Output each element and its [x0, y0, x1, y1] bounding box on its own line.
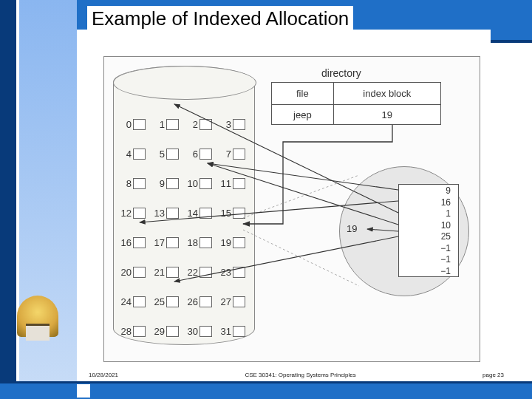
disk-cell: 19	[218, 237, 251, 248]
disk-block-icon	[233, 178, 245, 189]
zoom-block-label: 19	[347, 223, 357, 234]
disk-cell-number: 12	[118, 208, 132, 219]
disk-cylinder: 0123456789101112131415161718192021222324…	[113, 66, 255, 345]
disk-cell: 31	[218, 326, 251, 337]
disk-cell-number: 1	[151, 119, 165, 130]
index-entry: −1	[399, 253, 458, 265]
disk-row: 4567	[118, 139, 251, 168]
disk-cell-number: 15	[218, 208, 231, 219]
disk-cell-number: 16	[118, 237, 132, 248]
disk-cell: 15	[218, 208, 251, 219]
disk-cell: 4	[118, 149, 151, 160]
footer-course: CSE 30341: Operating Systems Principles	[245, 372, 355, 378]
disk-cell-number: 18	[185, 237, 198, 248]
disk-block-icon	[233, 237, 245, 248]
disk-cell: 1	[151, 119, 185, 130]
disk-cell-number: 31	[218, 326, 231, 337]
disk-cell: 10	[185, 178, 218, 189]
disk-row: 28293031	[118, 316, 251, 346]
disk-block-icon	[200, 119, 212, 130]
directory-table: file index block jeep 19	[271, 82, 441, 125]
disk-cell-number: 14	[185, 208, 198, 219]
disk-cell: 8	[118, 178, 151, 189]
disk-cell: 13	[151, 208, 185, 219]
disk-row: 891011	[118, 168, 251, 198]
footer-date: 10/28/2021	[89, 372, 118, 378]
disk-block-icon	[233, 326, 245, 337]
disk-cell-number: 3	[218, 119, 231, 130]
index-entry: 25	[399, 231, 458, 242]
disk-cell: 28	[118, 326, 151, 337]
disk-cell-number: 30	[185, 326, 198, 337]
disk-cell: 6	[185, 149, 218, 160]
disk-cell-number: 7	[218, 149, 231, 160]
disk-cell: 25	[151, 296, 185, 307]
disk-cell: 16	[118, 237, 151, 248]
disk-block-icon	[133, 326, 146, 337]
disk-block-icon	[133, 267, 146, 278]
index-entry: −1	[399, 242, 458, 254]
disk-block-icon	[166, 149, 179, 160]
disk-cell-number: 24	[118, 296, 132, 307]
disk-block-icon	[166, 119, 179, 130]
disk-row: 20212223	[118, 257, 251, 287]
disk-cell-number: 5	[151, 149, 165, 160]
disk-cell-number: 19	[218, 237, 231, 248]
disk-cell: 7	[218, 149, 251, 160]
directory-label: directory	[321, 67, 361, 79]
disk-row: 16171819	[118, 228, 251, 257]
disk-block-icon	[233, 267, 245, 278]
disk-block-icon	[133, 296, 146, 307]
allocation-diagram: 0123456789101112131415161718192021222324…	[103, 56, 480, 362]
footer: 10/28/2021 CSE 30341: Operating Systems …	[77, 369, 516, 381]
disk-cell-number: 8	[118, 178, 132, 189]
disk-block-icon	[166, 326, 179, 337]
disk-block-icon	[133, 178, 146, 189]
disk-cell-number: 27	[218, 296, 231, 307]
disk-cell-number: 17	[151, 237, 165, 248]
disk-block-icon	[200, 149, 212, 160]
disk-cell-number: 23	[218, 267, 231, 278]
index-entry: 16	[399, 197, 458, 208]
disk-block-icon	[233, 119, 245, 130]
disk-block-icon	[166, 237, 179, 248]
disk-cell: 18	[185, 237, 218, 248]
disk-block-icon	[233, 208, 245, 219]
disk-cell-number: 10	[185, 178, 198, 189]
disk-cell-number: 29	[151, 326, 165, 337]
disk-cell: 2	[185, 119, 218, 130]
disk-cell: 30	[185, 326, 218, 337]
index-entry: 1	[399, 208, 458, 219]
disk-cell: 3	[218, 119, 251, 130]
disk-cell: 9	[151, 178, 185, 189]
disk-block-icon	[200, 208, 212, 219]
disk-row: 24252627	[118, 287, 251, 316]
disk-block-icon	[166, 296, 179, 307]
disk-cell-number: 26	[185, 296, 198, 307]
disk-cell: 24	[118, 296, 151, 307]
disk-cell-number: 9	[151, 178, 165, 189]
disk-cell: 21	[151, 267, 185, 278]
disk-cell-number: 22	[185, 267, 198, 278]
disk-cell-number: 6	[185, 149, 198, 160]
disk-cell: 17	[151, 237, 185, 248]
disk-block-icon	[233, 149, 245, 160]
disk-block-icon	[166, 178, 179, 189]
index-entry: −1	[399, 265, 458, 277]
disk-cell: 20	[118, 267, 151, 278]
disk-block-icon	[200, 296, 212, 307]
disk-cell-number: 11	[218, 178, 231, 189]
disk-cell-number: 25	[151, 296, 165, 307]
dir-header-file: file	[272, 83, 334, 104]
index-block-contents: 91611025−1−1−1	[398, 184, 459, 277]
disk-block-icon	[200, 326, 212, 337]
disk-block-icon	[133, 119, 146, 130]
disk-cell: 29	[151, 326, 185, 337]
disk-cell: 14	[185, 208, 218, 219]
disk-block-icon	[200, 267, 212, 278]
disk-row: 12131415	[118, 198, 251, 228]
disk-block-icon	[133, 149, 146, 160]
dir-header-index: index block	[334, 83, 440, 104]
disk-block-icon	[166, 208, 179, 219]
disk-cell-number: 13	[151, 208, 165, 219]
